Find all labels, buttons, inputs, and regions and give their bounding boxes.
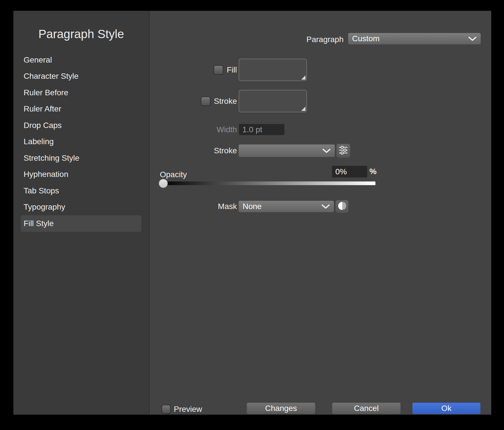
opacity-input[interactable]: 0% [332, 166, 367, 177]
sliders-icon [338, 144, 349, 157]
stroke-checkbox[interactable] [201, 96, 210, 106]
width-input[interactable]: 1.0 pt [239, 124, 284, 135]
fill-checkbox[interactable] [214, 65, 223, 75]
corner-triangle-icon [301, 107, 305, 111]
sidebar-item-character-style[interactable]: Character Style [21, 68, 141, 85]
stroke-label: Stroke [214, 97, 237, 106]
paragraph-label: Paragraph [306, 35, 344, 44]
half-checker-circle-icon [338, 201, 347, 212]
stroke-type-dropdown[interactable] [239, 144, 335, 157]
fill-label: Fill [227, 65, 237, 75]
sidebar-item-labeling[interactable]: Labeling [21, 134, 141, 150]
mask-dropdown[interactable]: None [239, 201, 334, 212]
paragraph-dropdown[interactable]: Custom [348, 33, 481, 44]
paragraph-dropdown-value: Custom [352, 34, 379, 43]
opacity-value: 0% [335, 167, 347, 176]
sidebar-item-ruler-after[interactable]: Ruler After [21, 101, 141, 117]
stroke-settings-button[interactable] [336, 144, 350, 158]
mask-toggle-button[interactable] [336, 200, 348, 213]
opacity-unit: % [369, 167, 377, 176]
stroke-color-well[interactable] [239, 90, 307, 112]
main-panel: Paragraph Custom Fill Stroke Width 1 [150, 11, 491, 415]
fill-color-well[interactable] [239, 59, 307, 81]
width-label-group: Width [216, 124, 237, 135]
stroke-label-group: Stroke [201, 90, 237, 112]
cancel-button[interactable]: Cancel [332, 403, 400, 414]
mask-dropdown-value: None [243, 202, 262, 211]
sidebar: Paragraph Style General Character Style … [13, 11, 149, 415]
sidebar-item-ruler-before[interactable]: Ruler Before [21, 84, 141, 101]
stroke-type-label-group: Stroke [214, 144, 237, 157]
mask-label-group: Mask [218, 201, 237, 212]
preview-group: Preview [162, 405, 202, 414]
paragraph-style-dialog: Paragraph Style General Character Style … [0, 0, 504, 430]
changes-button[interactable]: Changes [247, 403, 315, 414]
chevron-down-icon [468, 36, 477, 41]
sidebar-item-tab-stops[interactable]: Tab Stops [21, 183, 141, 199]
sidebar-item-typography[interactable]: Typography [21, 199, 141, 216]
width-value: 1.0 pt [242, 125, 262, 134]
sidebar-item-drop-caps[interactable]: Drop Caps [21, 117, 141, 134]
opacity-label: Opacity [160, 170, 187, 179]
chevron-down-icon [321, 204, 330, 209]
sidebar-nav: General Character Style Ruler Before Rul… [21, 52, 141, 232]
stroke-type-label: Stroke [214, 146, 237, 155]
sidebar-item-hyphenation[interactable]: Hyphenation [21, 166, 141, 183]
sidebar-item-general[interactable]: General [21, 52, 141, 68]
opacity-slider-track[interactable] [160, 181, 375, 185]
preview-label: Preview [174, 405, 202, 414]
corner-triangle-icon [301, 75, 305, 80]
mask-label: Mask [218, 202, 237, 211]
page-title: Paragraph Style [13, 27, 149, 41]
fill-label-group: Fill [214, 59, 237, 81]
opacity-slider-knob[interactable] [159, 179, 168, 188]
sidebar-item-fill-style[interactable]: Fill Style [21, 215, 141, 232]
ok-button[interactable]: Ok [412, 403, 480, 414]
sidebar-item-stretching-style[interactable]: Stretching Style [21, 150, 141, 166]
chevron-down-icon [322, 148, 331, 153]
preview-checkbox[interactable] [162, 405, 171, 414]
width-label: Width [216, 125, 237, 134]
